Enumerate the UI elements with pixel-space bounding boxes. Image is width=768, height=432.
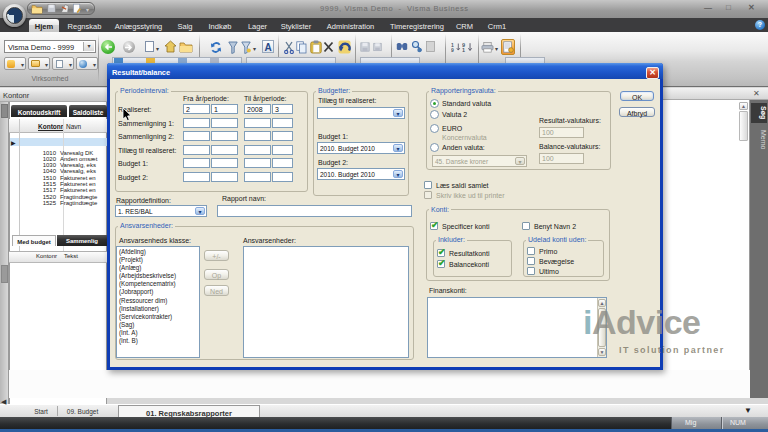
svg-text:9: 9 xyxy=(451,47,454,53)
svg-text:1: 1 xyxy=(462,47,465,53)
